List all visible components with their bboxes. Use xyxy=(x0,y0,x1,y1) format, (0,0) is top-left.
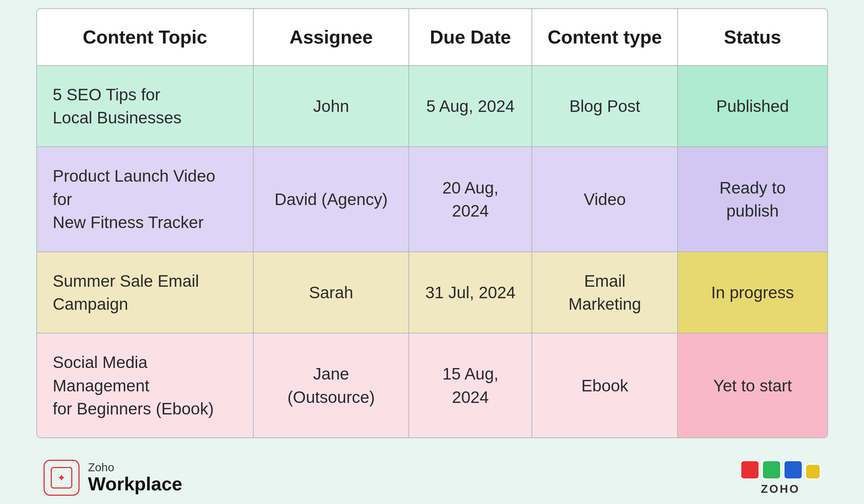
cell-row3-col5: In progress xyxy=(678,252,827,333)
cell-row1-col1: 5 SEO Tips forLocal Businesses xyxy=(37,65,254,147)
cell-row3-col2: Sarah xyxy=(253,252,409,333)
header-contenttype: Content type xyxy=(532,9,678,65)
zoho-cubes xyxy=(740,460,821,480)
cell-row3-col3: 31 Jul, 2024 xyxy=(409,252,532,333)
header-topic: Content Topic xyxy=(37,9,254,65)
header-status: Status xyxy=(678,9,827,65)
cell-row4-col1: Social Media Managementfor Beginners (Eb… xyxy=(37,333,254,437)
content-table: Content Topic Assignee Due Date Content … xyxy=(37,9,827,438)
cube-red xyxy=(740,460,760,480)
table-header-row: Content Topic Assignee Due Date Content … xyxy=(37,9,827,65)
main-container: Content Topic Assignee Due Date Content … xyxy=(36,8,828,496)
cell-row4-col4: Ebook xyxy=(532,333,678,437)
table-row: Social Media Managementfor Beginners (Eb… xyxy=(37,333,827,437)
table-row: Product Launch Video forNew Fitness Trac… xyxy=(37,147,827,251)
cell-row1-col5: Published xyxy=(678,65,827,147)
zoho-right-text: ZOHO xyxy=(761,482,800,496)
zoho-text-group: Zoho Workplace xyxy=(88,461,182,494)
header-duedate: Due Date xyxy=(409,9,532,65)
zoho-right-logo: ZOHO xyxy=(740,460,821,496)
zoho-icon-inner xyxy=(51,467,72,489)
footer: Zoho Workplace ZOHO xyxy=(36,460,828,496)
cell-row1-col3: 5 Aug, 2024 xyxy=(409,65,532,147)
content-table-wrapper: Content Topic Assignee Due Date Content … xyxy=(36,8,828,439)
header-assignee: Assignee xyxy=(253,9,409,65)
cell-row2-col4: Video xyxy=(532,147,678,251)
zoho-text-bottom: Workplace xyxy=(88,474,182,494)
cell-row1-col4: Blog Post xyxy=(532,65,678,147)
zoho-workplace-logo: Zoho Workplace xyxy=(44,460,182,496)
cube-yellow xyxy=(805,464,821,480)
table-row: Summer Sale EmailCampaignSarah31 Jul, 20… xyxy=(37,252,827,333)
cell-row3-col1: Summer Sale EmailCampaign xyxy=(37,252,254,333)
cell-row1-col2: John xyxy=(253,65,409,147)
cube-green xyxy=(762,460,781,480)
cell-row2-col2: David (Agency) xyxy=(253,147,409,251)
zoho-text-top: Zoho xyxy=(88,461,182,474)
cell-row2-col5: Ready to publish xyxy=(678,147,827,251)
cell-row4-col5: Yet to start xyxy=(678,333,827,437)
cell-row2-col1: Product Launch Video forNew Fitness Trac… xyxy=(37,147,254,251)
cube-blue xyxy=(783,460,803,480)
zoho-icon-box xyxy=(44,460,80,496)
table-row: 5 SEO Tips forLocal BusinessesJohn5 Aug,… xyxy=(37,65,827,147)
cell-row4-col3: 15 Aug, 2024 xyxy=(409,333,532,437)
cell-row4-col2: Jane (Outsource) xyxy=(253,333,409,437)
cell-row3-col4: Email Marketing xyxy=(532,252,678,333)
cell-row2-col3: 20 Aug, 2024 xyxy=(409,147,532,251)
